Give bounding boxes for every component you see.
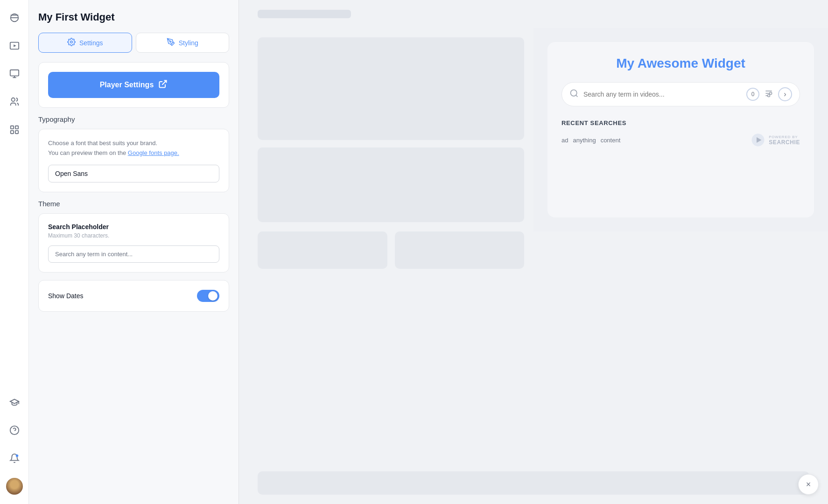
font-input[interactable] [48, 165, 219, 182]
badge-count: 0 [751, 91, 755, 98]
widget-title: My Awesome Widget [561, 56, 800, 71]
tabs: Settings Styling [38, 33, 229, 53]
svg-point-15 [15, 455, 18, 457]
theme-section-label: Theme [38, 200, 229, 208]
svg-marker-4 [14, 44, 16, 47]
show-dates-label: Show Dates [48, 292, 83, 300]
svg-line-18 [162, 81, 167, 85]
preview-right: My Awesome Widget 0 [533, 28, 828, 231]
searchie-logo: POWERED BY SEARCHIE [751, 133, 800, 147]
search-placeholder-title: Search Placeholder [48, 223, 219, 231]
recent-searches-row: ad anything content POWERED BY SEARCHIE [561, 133, 800, 147]
gear-icon [67, 38, 76, 48]
recent-tag-content[interactable]: content [601, 137, 621, 144]
svg-rect-5 [10, 70, 18, 76]
skeleton-bar-top [258, 10, 351, 18]
sidebar-item-menu[interactable] [6, 9, 23, 26]
sidebar [0, 0, 29, 504]
search-placeholder-desc: Maximum 30 characters. [48, 232, 219, 239]
sidebar-item-learn[interactable] [6, 394, 23, 411]
search-placeholder-card: Search Placeholder Maximum 30 characters… [38, 213, 229, 273]
show-dates-row: Show Dates [48, 290, 219, 302]
typography-desc-line1: Choose a font that best suits your brand… [48, 140, 157, 147]
sidebar-item-notifications[interactable] [6, 450, 23, 467]
player-settings-button[interactable]: Player Settings [48, 72, 219, 98]
tab-styling-label: Styling [179, 39, 198, 47]
recent-tag-anything[interactable]: anything [573, 137, 596, 144]
svg-rect-10 [15, 126, 18, 129]
sidebar-top [6, 9, 23, 138]
typography-desc-line2: You can preview them on the [48, 149, 126, 156]
svg-rect-9 [10, 126, 13, 129]
preview-block-bottom-left [258, 231, 387, 269]
preview-bottom-full-row [239, 471, 828, 504]
toggle-knob [208, 291, 218, 301]
typography-description: Choose a font that best suits your brand… [48, 139, 219, 158]
tab-settings-label: Settings [79, 39, 103, 47]
panel-title: My First Widget [38, 11, 229, 23]
search-placeholder-input[interactable] [48, 245, 219, 263]
close-icon: × [806, 480, 811, 490]
widget-container: My Awesome Widget 0 [547, 42, 814, 217]
sidebar-item-grid[interactable] [6, 121, 23, 138]
brush-icon [167, 38, 175, 48]
player-settings-card: Player Settings [38, 62, 229, 108]
show-dates-toggle[interactable] [197, 290, 219, 302]
preview-block-2 [258, 147, 524, 222]
searchie-brand: SEARCHIE [769, 139, 800, 146]
svg-point-19 [571, 90, 577, 96]
widget-arrow-button[interactable]: › [778, 87, 792, 101]
external-link-icon [158, 79, 168, 91]
typography-card: Choose a font that best suits your brand… [38, 129, 229, 192]
preview-bottom-row [239, 231, 533, 471]
preview-block-1 [258, 37, 524, 140]
svg-point-8 [11, 98, 14, 101]
avatar[interactable] [6, 478, 23, 495]
typography-section-label: Typography [38, 115, 229, 123]
recent-searches-label: RECENT SEARCHES [561, 119, 800, 126]
widget-search-input[interactable] [583, 91, 742, 98]
widget-search-icon [569, 89, 579, 100]
tab-styling[interactable]: Styling [136, 33, 230, 53]
svg-rect-12 [15, 131, 18, 133]
show-dates-card: Show Dates [38, 280, 229, 312]
widget-search-bar[interactable]: 0 › [561, 82, 800, 106]
recent-tags: ad anything content [561, 137, 620, 144]
sidebar-item-users[interactable] [6, 93, 23, 110]
sidebar-item-help[interactable] [6, 422, 23, 439]
recent-tag-ad[interactable]: ad [561, 137, 568, 144]
tab-settings[interactable]: Settings [38, 33, 132, 53]
svg-line-20 [576, 95, 578, 97]
preview-block-bottom-full [258, 471, 809, 495]
svg-point-25 [768, 95, 770, 97]
sidebar-item-monitor[interactable] [6, 65, 23, 82]
filter-icon [764, 89, 773, 100]
preview-block-bottom-right [395, 231, 525, 269]
sidebar-item-video[interactable] [6, 37, 23, 54]
svg-point-23 [770, 92, 772, 95]
close-button[interactable]: × [798, 474, 819, 495]
top-bar [239, 0, 828, 28]
preview-area: My Awesome Widget 0 [239, 28, 828, 504]
main-content: My Awesome Widget 0 [239, 0, 828, 504]
searchie-brand-text: POWERED BY SEARCHIE [769, 135, 800, 146]
svg-point-17 [169, 41, 171, 42]
searchie-prefix: POWERED BY [769, 135, 800, 139]
player-settings-label: Player Settings [100, 81, 154, 89]
svg-rect-11 [10, 131, 13, 133]
svg-point-16 [70, 41, 73, 43]
widget-badge: 0 [746, 88, 759, 101]
google-fonts-link[interactable]: Google fonts page. [128, 149, 179, 156]
preview-left [239, 28, 533, 231]
sidebar-bottom [6, 394, 23, 495]
left-panel: My First Widget Settings Styling [29, 0, 239, 504]
